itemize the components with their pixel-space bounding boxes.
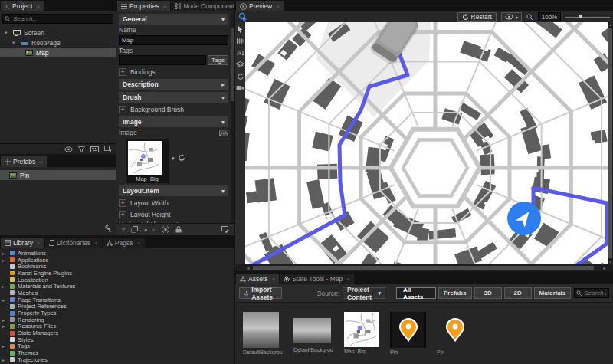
tab-library[interactable]: Library × [1, 238, 44, 248]
source-select[interactable]: Project Content ▾ [343, 287, 385, 299]
tree-item-screen[interactable]: ▾ Screen [0, 28, 116, 38]
library-item-kanzi-engine-plugins[interactable]: Kanzi Engine Plugins [0, 270, 234, 277]
close-icon[interactable]: × [137, 240, 141, 247]
layout-height-row[interactable]: + Layout Height [119, 209, 228, 219]
zoom-level[interactable]: 100% [538, 12, 561, 21]
expand-icon[interactable]: ▸ [2, 317, 7, 323]
scroll-right-icon[interactable]: ▸ [602, 265, 608, 271]
prefab-item-pin[interactable]: Pin [0, 170, 116, 180]
expand-icon[interactable]: ▸ [2, 284, 7, 289]
add-layout-width-icon[interactable]: + [119, 199, 126, 207]
asset-defaultbackground-1[interactable]: DefaultBackgrou... [243, 310, 283, 364]
layout-item-section-header[interactable]: Layout.Item ▾ [119, 185, 228, 196]
library-item-localization[interactable]: Localization [0, 277, 234, 284]
library-item-resource-files[interactable]: ▸Resource Files [0, 323, 234, 330]
layout-width-row[interactable]: + Layout Width [119, 198, 228, 208]
horizontal-scrollbar[interactable]: ◂ ▸ [245, 264, 608, 271]
grid-tool-icon[interactable] [237, 38, 244, 44]
tree-item-rootpage[interactable]: ▾ RootPage [0, 38, 116, 48]
asset-pin-dark[interactable]: Pin [390, 310, 426, 364]
expand-icon[interactable]: ▸ [2, 257, 7, 263]
general-section-header[interactable]: General ▾ [119, 14, 228, 25]
close-icon[interactable]: × [39, 159, 43, 166]
pin-properties-icon[interactable] [131, 226, 138, 233]
add-layout-height-icon[interactable]: + [119, 211, 126, 218]
tab-project[interactable]: Project × [1, 1, 44, 11]
expand-icon[interactable]: ▸ [2, 343, 7, 349]
name-field[interactable] [119, 35, 228, 45]
library-item-applications[interactable]: ▸Applications [0, 257, 234, 264]
tab-preview[interactable]: Preview × [236, 1, 284, 11]
close-icon[interactable]: × [346, 276, 350, 283]
library-item-themes[interactable]: Themes [0, 349, 234, 356]
tree-item-map[interactable]: Map [0, 48, 116, 57]
filter-all-assets[interactable]: All Assets [396, 287, 436, 299]
expand-icon[interactable]: ▸ [2, 357, 7, 362]
refresh-icon[interactable] [178, 154, 185, 162]
tags-button[interactable]: Tags [208, 55, 228, 65]
filter-prefabs[interactable]: Prefabs [438, 287, 472, 299]
library-item-project-references[interactable]: Project References [0, 303, 234, 310]
rotate-tool-icon[interactable] [237, 73, 244, 80]
description-section-header[interactable]: Description ▸ [119, 79, 228, 90]
expand-all-icon[interactable] [162, 226, 169, 233]
asset-defaultbackground-2[interactable]: DefaultBackgrou... [293, 310, 333, 364]
asset-map-big[interactable]: Map_Big [344, 310, 379, 364]
filter-materials[interactable]: Materials [534, 287, 572, 299]
tab-state-tools[interactable]: State Tools - Map × [280, 274, 354, 284]
tab-prefabs[interactable]: Prefabs × [1, 156, 47, 167]
background-brush-row[interactable]: + Background Brush [119, 104, 228, 114]
filter-2d[interactable]: 2D [504, 287, 532, 299]
import-assets-button[interactable]: Import Assets [239, 287, 282, 299]
zoom-slider[interactable] [565, 12, 610, 21]
vertical-scrollbar[interactable]: ▴ ▾ [608, 22, 613, 264]
wrench-icon[interactable] [103, 224, 111, 232]
tab-assets[interactable]: Assets × [236, 274, 279, 284]
library-item-bookmarks[interactable]: Bookmarks [0, 263, 234, 270]
camera-tool-icon[interactable] [236, 85, 244, 91]
restart-button[interactable]: Restart [457, 12, 497, 22]
monitor-edit-icon[interactable] [221, 226, 230, 234]
eye-icon[interactable] [64, 146, 73, 152]
lock-icon[interactable] [175, 226, 182, 233]
map-canvas[interactable] [245, 22, 608, 264]
asset-pin[interactable]: Pin [437, 310, 473, 364]
expand-icon[interactable]: ▸ [2, 297, 7, 303]
bindings-row[interactable]: + Bindings [119, 67, 228, 77]
settings-icon[interactable] [104, 146, 111, 152]
image-thumbnail-box[interactable]: Map_Big [126, 139, 169, 183]
collapse-icon[interactable]: ▾ [12, 40, 18, 46]
vertical-scrollbar-thumb[interactable] [608, 28, 612, 258]
library-item-page-transitions[interactable]: ▸Page Transitions [0, 297, 234, 303]
close-icon[interactable]: × [276, 3, 280, 10]
cursor-tool-icon[interactable] [237, 25, 244, 33]
zoom-slider-handle[interactable] [579, 15, 582, 18]
close-icon[interactable]: × [37, 240, 41, 247]
library-item-meshes[interactable]: Meshes [0, 290, 234, 297]
forward-icon[interactable]: ▸ [153, 227, 156, 233]
tags-field[interactable] [119, 55, 206, 65]
library-item-materials-and-textures[interactable]: ▸Materials and Textures [0, 283, 234, 290]
library-item-styles[interactable]: Styles [0, 336, 234, 343]
close-icon[interactable]: × [36, 3, 40, 10]
filter-icon[interactable] [78, 146, 85, 152]
library-item-tags[interactable]: ▸Tags [0, 343, 234, 350]
visibility-button[interactable]: ▾ [501, 12, 522, 22]
preview-viewport[interactable] [245, 22, 608, 264]
scroll-up-icon[interactable]: ▴ [608, 22, 613, 27]
filter-3d[interactable]: 3D [474, 287, 502, 299]
brush-section-header[interactable]: Brush ▾ [119, 92, 228, 103]
close-icon[interactable]: × [272, 276, 276, 283]
layers-tool-icon[interactable] [236, 61, 244, 68]
properties-scrollbar[interactable] [231, 11, 234, 223]
text-tool-icon[interactable]: A [237, 49, 244, 57]
add-binding-icon[interactable]: + [119, 68, 126, 76]
tab-properties[interactable]: Properties × [117, 1, 170, 11]
scroll-down-icon[interactable]: ▾ [608, 260, 613, 264]
help-icon[interactable]: ? [121, 226, 125, 234]
library-item-rendering[interactable]: ▸Rendering [0, 316, 234, 323]
image-picker-icon[interactable] [219, 130, 228, 136]
library-item-property-types[interactable]: Property Types [0, 310, 234, 316]
library-item-trajectories[interactable]: ▸Trajectories [0, 356, 234, 363]
horizontal-scrollbar-thumb[interactable] [253, 266, 594, 270]
